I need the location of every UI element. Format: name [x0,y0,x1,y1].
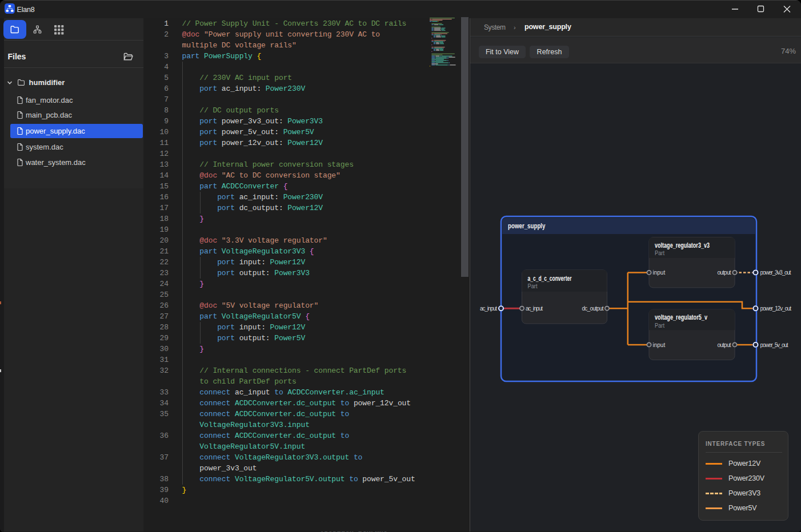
svg-text:voltage_regulator5_v: voltage_regulator5_v [655,313,707,321]
svg-text:Part: Part [528,283,538,289]
svg-text:voltage_regulator3_v3: voltage_regulator3_v3 [655,241,710,249]
svg-text:ac_input: ac_input [480,305,497,312]
svg-text:power_supply: power_supply [508,221,546,230]
svg-text:power_3v3_out: power_3v3_out [760,269,791,276]
svg-text:Part: Part [655,249,664,256]
svg-text:output: output [718,342,731,348]
svg-text:input: input [653,269,666,276]
svg-text:output: output [718,269,731,276]
svg-text:input: input [653,342,666,348]
svg-text:Part: Part [655,322,664,329]
svg-text:power_12v_out: power_12v_out [760,305,792,312]
svg-text:a_c_d_c_converter: a_c_d_c_converter [528,275,572,283]
svg-text:power_5v_out: power_5v_out [760,342,788,348]
svg-text:ac_input: ac_input [526,305,543,312]
svg-text:dc_output: dc_output [582,305,604,312]
